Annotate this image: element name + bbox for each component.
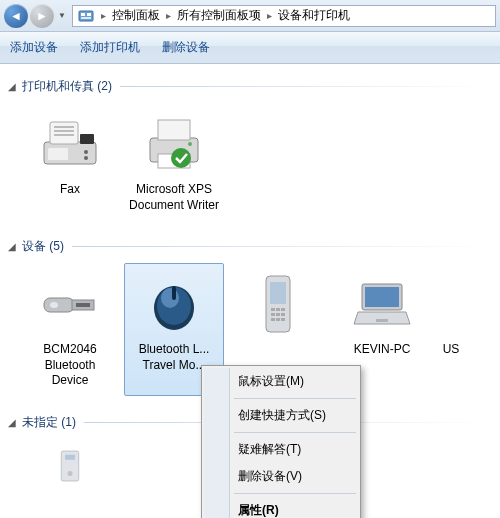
chevron-right-icon: ▸	[101, 10, 106, 21]
generic-device-icon	[36, 446, 104, 486]
svg-rect-10	[48, 148, 68, 160]
svg-rect-5	[50, 122, 78, 144]
svg-rect-7	[54, 130, 74, 132]
svg-rect-14	[158, 120, 190, 140]
usb-dongle-icon	[36, 270, 104, 338]
svg-point-12	[84, 156, 88, 160]
device-label: BCM2046 Bluetooth Device	[25, 342, 115, 389]
svg-rect-31	[271, 313, 275, 316]
svg-rect-38	[365, 287, 399, 307]
svg-point-11	[84, 150, 88, 154]
printer-icon	[140, 110, 208, 178]
section-printers: ◢ 打印机和传真 (2) Fax Microsoft XPS Document …	[8, 72, 492, 222]
add-printer-button[interactable]: 添加打印机	[80, 39, 140, 56]
menu-separator	[234, 398, 356, 399]
svg-rect-32	[276, 313, 280, 316]
svg-rect-34	[271, 318, 275, 321]
section-title: 未指定 (1)	[22, 414, 76, 431]
item-grid: Fax Microsoft XPS Document Writer	[8, 101, 492, 222]
svg-point-16	[188, 142, 192, 146]
breadcrumb: ▸ 控制面板 ▸ 所有控制面板项 ▸ 设备和打印机	[72, 5, 496, 27]
svg-point-17	[171, 148, 191, 168]
svg-rect-35	[276, 318, 280, 321]
phone-icon	[244, 270, 312, 338]
chevron-right-icon: ▸	[267, 10, 272, 21]
svg-rect-20	[76, 303, 90, 307]
section-title: 设备 (5)	[22, 238, 64, 255]
arrow-left-icon: ◄	[10, 9, 22, 23]
svg-rect-30	[281, 308, 285, 311]
fax-icon	[36, 110, 104, 178]
laptop-icon	[348, 270, 416, 338]
collapse-down-icon: ◢	[8, 81, 18, 92]
device-item-unspecified[interactable]	[20, 439, 120, 497]
device-item-fax[interactable]: Fax	[20, 103, 120, 220]
menu-remove-device[interactable]: 删除设备(V)	[204, 463, 358, 490]
add-device-button[interactable]: 添加设备	[10, 39, 58, 56]
device-item-partial[interactable]: US	[436, 263, 466, 396]
menu-create-shortcut[interactable]: 创建快捷方式(S)	[204, 402, 358, 429]
svg-point-21	[50, 302, 58, 308]
device-label: KEVIN-PC	[337, 342, 427, 358]
svg-rect-33	[281, 313, 285, 316]
svg-rect-39	[376, 319, 388, 322]
mouse-icon	[140, 270, 208, 338]
forward-button[interactable]: ►	[30, 4, 54, 28]
svg-rect-25	[172, 286, 176, 300]
section-header[interactable]: ◢ 打印机和传真 (2)	[8, 72, 492, 101]
toolbar: 添加设备 添加打印机 删除设备	[0, 32, 500, 64]
svg-point-42	[68, 471, 73, 476]
chevron-right-icon: ▸	[166, 10, 171, 21]
device-label: US	[441, 342, 461, 358]
section-header[interactable]: ◢ 设备 (5)	[8, 232, 492, 261]
control-panel-icon	[77, 7, 95, 25]
svg-rect-18	[44, 298, 74, 312]
context-menu: 鼠标设置(M) 创建快捷方式(S) 疑难解答(T) 删除设备(V) 属性(R)	[201, 365, 361, 518]
navigation-bar: ◄ ► ▼ ▸ 控制面板 ▸ 所有控制面板项 ▸ 设备和打印机	[0, 0, 500, 32]
device-icon	[441, 270, 461, 338]
arrow-right-icon: ►	[36, 9, 48, 23]
collapse-down-icon: ◢	[8, 417, 18, 428]
svg-rect-36	[281, 318, 285, 321]
menu-separator	[234, 432, 356, 433]
svg-rect-1	[81, 13, 85, 16]
breadcrumb-item[interactable]: 控制面板	[108, 7, 164, 24]
section-title: 打印机和传真 (2)	[22, 78, 112, 95]
menu-troubleshoot[interactable]: 疑难解答(T)	[204, 436, 358, 463]
menu-properties[interactable]: 属性(R)	[204, 497, 358, 518]
svg-rect-9	[80, 134, 94, 144]
history-dropdown[interactable]: ▼	[56, 4, 68, 28]
svg-rect-27	[270, 282, 286, 304]
svg-point-24	[161, 288, 179, 308]
device-label: Microsoft XPS Document Writer	[129, 182, 219, 213]
collapse-down-icon: ◢	[8, 241, 18, 252]
svg-rect-6	[54, 126, 74, 128]
device-item-xps[interactable]: Microsoft XPS Document Writer	[124, 103, 224, 220]
remove-device-button[interactable]: 删除设备	[162, 39, 210, 56]
svg-rect-28	[271, 308, 275, 311]
device-item-bcm2046[interactable]: BCM2046 Bluetooth Device	[20, 263, 120, 396]
svg-rect-8	[54, 134, 74, 136]
back-button[interactable]: ◄	[4, 4, 28, 28]
menu-separator	[234, 493, 356, 494]
menu-mouse-settings[interactable]: 鼠标设置(M)	[204, 368, 358, 395]
svg-rect-29	[276, 308, 280, 311]
svg-rect-3	[81, 17, 91, 19]
svg-rect-41	[65, 455, 75, 460]
svg-rect-2	[87, 13, 91, 16]
breadcrumb-item[interactable]: 设备和打印机	[274, 7, 354, 24]
breadcrumb-item[interactable]: 所有控制面板项	[173, 7, 265, 24]
device-label: Fax	[25, 182, 115, 198]
